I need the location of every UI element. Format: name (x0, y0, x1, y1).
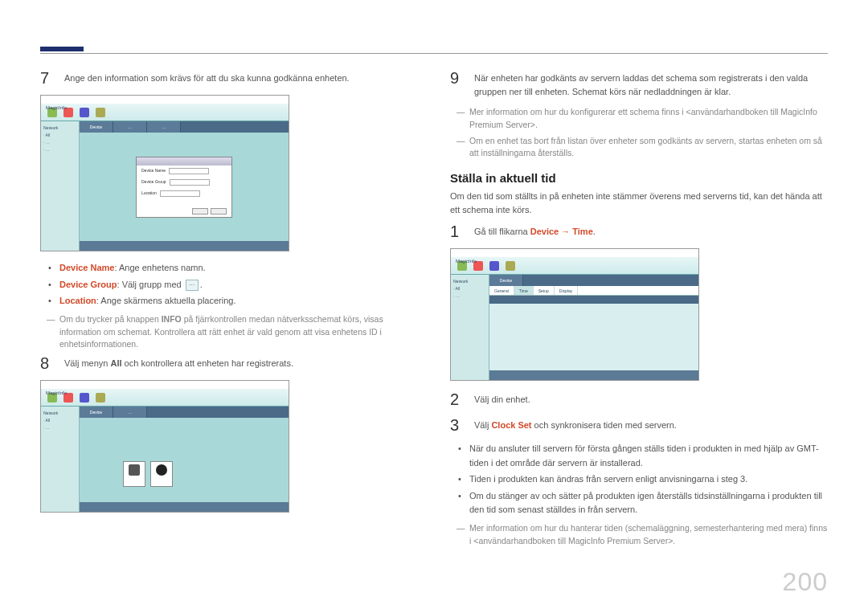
bullet-device-name: Device Name: Ange enhetens namn. (59, 261, 418, 276)
right-column: 9 När enheten har godkänts av servern la… (450, 69, 828, 550)
note-time-manual: Mer information om hur du hanterar tiden… (450, 522, 828, 548)
note-info-button: Om du trycker på knappen INFO på fjärrko… (40, 313, 418, 351)
step-number: 3 (450, 416, 463, 434)
time-notes-bullets: När du ansluter till servern för första … (450, 442, 828, 517)
step-7: 7 Ange den information som krävs för att… (40, 69, 418, 87)
step-number: 9 (450, 69, 463, 98)
screenshot-logo: MagicInfo (46, 105, 67, 110)
page-number: 200 (783, 567, 828, 597)
screenshot-device-time: MagicInfo Network· All· … Device General… (450, 248, 699, 381)
section-heading-set-time: Ställa in aktuell tid (450, 171, 828, 185)
header-rule (40, 53, 828, 54)
screenshot-all-menu: MagicInfo Network· All· … Device… (40, 380, 289, 513)
step-9: 9 När enheten har godkänts av servern la… (450, 69, 828, 98)
step-3-time: 3 Välj Clock Set och synkronisera tiden … (450, 416, 828, 434)
group-picker-icon (186, 280, 199, 291)
bullet-device-group: Device Group: Välj grupp med . (59, 278, 418, 292)
step-text: Gå till flikarna Device → Time. (474, 223, 828, 240)
screenshot-approve-device: MagicInfo Network· All· …· … Device…… De… (40, 95, 289, 251)
bullet-change-step3: Tiden i produkten kan ändras från server… (469, 472, 828, 487)
section-intro: Om den tid som ställts in på enheten int… (450, 190, 828, 216)
bullet-power-cycle: Om du stänger av och sätter på produkten… (469, 489, 828, 517)
step-text: När enheten har godkänts av servern ladd… (474, 69, 828, 98)
step-number: 8 (40, 354, 53, 372)
step-1-time: 1 Gå till flikarna Device → Time. (450, 223, 828, 240)
step-text: Välj Clock Set och synkronisera tiden me… (474, 416, 828, 434)
note-schema-config: Mer information om hur du konfigurerar e… (450, 106, 828, 132)
step-text: Ange den information som krävs för att d… (64, 69, 418, 87)
approve-dialog: Device Name Device Group Location (136, 157, 232, 218)
step-number: 7 (40, 69, 53, 87)
bullet-gmt: När du ansluter till servern för första … (469, 442, 828, 470)
step-number: 1 (450, 223, 463, 240)
bullet-location: Location: Ange skärmens aktuella placeri… (59, 294, 418, 309)
step-text: Välj menyn All och kontrollera att enhet… (64, 354, 418, 372)
step-2-time: 2 Välj din enhet. (450, 390, 828, 408)
step-8: 8 Välj menyn All och kontrollera att enh… (40, 354, 418, 372)
left-column: 7 Ange den information som krävs för att… (40, 69, 418, 550)
step-number: 2 (450, 390, 463, 408)
header-accent (40, 47, 84, 51)
step-text: Välj din enhet. (474, 390, 828, 408)
note-device-removed: Om en enhet tas bort från listan över en… (450, 135, 828, 161)
page-content: 7 Ange den information som krävs för att… (0, 0, 868, 574)
device-info-bullets: Device Name: Ange enhetens namn. Device … (40, 261, 418, 309)
